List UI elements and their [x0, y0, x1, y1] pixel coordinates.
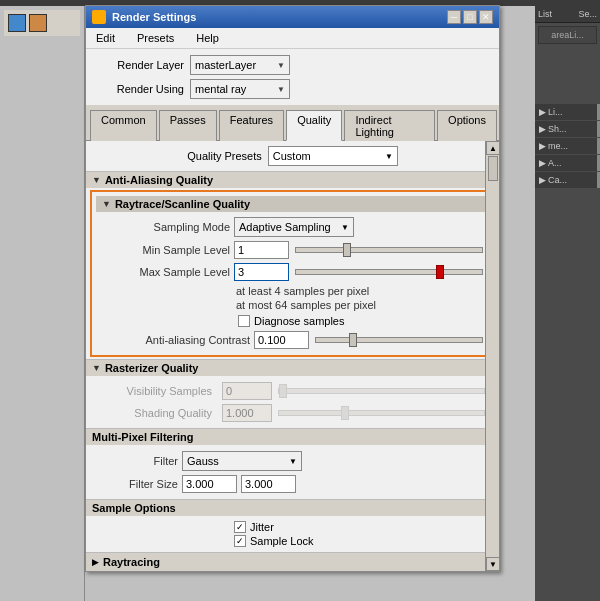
- rasterizer-arrow-icon: ▼: [92, 363, 101, 373]
- sampling-mode-label: Sampling Mode: [100, 221, 230, 233]
- raytrace-arrow-icon: ▼: [102, 199, 111, 209]
- multi-pixel-title: Multi-Pixel Filtering: [92, 431, 193, 443]
- filter-size-row: Filter Size: [94, 473, 491, 495]
- raytracing-label: Raytracing: [103, 556, 160, 568]
- render-using-label: Render Using: [94, 83, 184, 95]
- raytracing-collapsed-icon: ▶: [92, 557, 99, 567]
- filter-size-h-input[interactable]: [241, 475, 296, 493]
- max-sample-row: Max Sample Level: [96, 261, 489, 283]
- scroll-down-button[interactable]: ▼: [486, 557, 500, 571]
- contrast-slider[interactable]: [315, 337, 483, 343]
- filter-label: Filter: [98, 455, 178, 467]
- visibility-label: Visibility Samples: [98, 385, 218, 397]
- visibility-thumb: [279, 384, 287, 398]
- render-using-row: Render Using mental ray ▼: [94, 79, 491, 99]
- close-button[interactable]: ✕: [479, 10, 493, 24]
- tab-features[interactable]: Features: [219, 110, 284, 141]
- scrollable-content: Quality Presets Custom ▼ ▼ Anti-Aliasing…: [86, 141, 499, 571]
- sampling-mode-arrow: ▼: [341, 223, 349, 232]
- rasterizer-content: Visibility Samples Shading Quality: [86, 376, 499, 428]
- menu-bar: Edit Presets Help: [86, 28, 499, 49]
- diagnose-checkbox[interactable]: [238, 315, 250, 327]
- tab-quality[interactable]: Quality: [286, 110, 342, 141]
- menu-help[interactable]: Help: [190, 30, 225, 46]
- contrast-label: Anti-aliasing Contrast: [100, 334, 250, 346]
- render-layer-row: Render Layer masterLayer ▼: [94, 55, 491, 75]
- max-sample-slider[interactable]: [295, 269, 483, 275]
- presets-row: Quality Presets Custom ▼: [86, 141, 499, 171]
- rasterizer-title: Rasterizer Quality: [105, 362, 199, 374]
- tab-indirect-lighting[interactable]: Indirect Lighting: [344, 110, 435, 141]
- filter-arrow: ▼: [289, 457, 297, 466]
- max-sample-label: Max Sample Level: [100, 266, 230, 278]
- info-text-1: at least 4 samples per pixel: [230, 284, 481, 298]
- window-icon: [92, 10, 106, 24]
- contrast-row: Anti-aliasing Contrast: [96, 329, 489, 351]
- shading-label: Shading Quality: [98, 407, 218, 419]
- content-area: Quality Presets Custom ▼ ▼ Anti-Aliasing…: [86, 141, 499, 571]
- raytrace-section: ▼ Raytrace/Scanline Quality Sampling Mod…: [90, 190, 495, 357]
- multi-pixel-content: Filter Gauss ▼ Filter Size: [86, 445, 499, 499]
- info-text-2: at most 64 samples per pixel: [230, 298, 481, 312]
- min-sample-input[interactable]: [234, 241, 289, 259]
- raytrace-section-header[interactable]: ▼ Raytrace/Scanline Quality: [96, 196, 489, 212]
- min-sample-row: Min Sample Level: [96, 239, 489, 261]
- tab-passes[interactable]: Passes: [159, 110, 217, 141]
- anti-aliasing-title: Anti-Aliasing Quality: [105, 174, 213, 186]
- anti-aliasing-arrow-icon: ▼: [92, 175, 101, 185]
- contrast-input[interactable]: [254, 331, 309, 349]
- sampling-mode-row: Sampling Mode Adaptive Sampling ▼: [96, 215, 489, 239]
- menu-edit[interactable]: Edit: [90, 30, 121, 46]
- shading-input: [222, 404, 272, 422]
- max-sample-thumb[interactable]: [436, 265, 444, 279]
- shading-thumb: [341, 406, 349, 420]
- anti-aliasing-section-header[interactable]: ▼ Anti-Aliasing Quality: [86, 171, 499, 188]
- minimize-button[interactable]: ─: [447, 10, 461, 24]
- scroll-up-button[interactable]: ▲: [486, 141, 500, 155]
- filter-select[interactable]: Gauss ▼: [182, 451, 302, 471]
- render-settings-window: Render Settings ─ □ ✕ Edit Presets Help …: [85, 5, 500, 572]
- maximize-button[interactable]: □: [463, 10, 477, 24]
- visibility-slider: [278, 388, 485, 394]
- menu-presets[interactable]: Presets: [131, 30, 180, 46]
- filter-size-w-input[interactable]: [182, 475, 237, 493]
- visibility-row: Visibility Samples: [94, 380, 491, 402]
- render-layer-label: Render Layer: [94, 59, 184, 71]
- raytrace-title: Raytrace/Scanline Quality: [115, 198, 250, 210]
- rasterizer-section-header[interactable]: ▼ Rasterizer Quality: [86, 359, 499, 376]
- presets-label: Quality Presets: [187, 150, 262, 162]
- presets-select[interactable]: Custom ▼: [268, 146, 398, 166]
- filter-row: Filter Gauss ▼: [94, 449, 491, 473]
- jitter-checkbox[interactable]: ✓: [234, 521, 246, 533]
- sample-lock-row: ✓ Sample Lock: [226, 534, 491, 548]
- tab-options[interactable]: Options: [437, 110, 497, 141]
- render-layer-arrow: ▼: [277, 61, 285, 70]
- min-sample-label: Min Sample Level: [100, 244, 230, 256]
- jitter-row: ✓ Jitter: [226, 520, 491, 534]
- min-sample-slider[interactable]: [295, 247, 483, 253]
- diagnose-row: Diagnose samples: [230, 314, 481, 328]
- render-using-select[interactable]: mental ray ▼: [190, 79, 290, 99]
- render-layer-select[interactable]: masterLayer ▼: [190, 55, 290, 75]
- max-sample-input[interactable]: [234, 263, 289, 281]
- sample-options-content: ✓ Jitter ✓ Sample Lock: [86, 516, 499, 552]
- filter-size-label: Filter Size: [98, 478, 178, 490]
- multi-pixel-section-header[interactable]: Multi-Pixel Filtering: [86, 428, 499, 445]
- sample-options-section-header[interactable]: Sample Options: [86, 499, 499, 516]
- contrast-thumb[interactable]: [349, 333, 357, 347]
- sample-lock-checkbox[interactable]: ✓: [234, 535, 246, 547]
- jitter-label: Jitter: [250, 521, 274, 533]
- presets-arrow: ▼: [385, 152, 393, 161]
- sampling-mode-select[interactable]: Adaptive Sampling ▼: [234, 217, 354, 237]
- min-sample-thumb[interactable]: [343, 243, 351, 257]
- window-title: Render Settings: [112, 11, 196, 23]
- render-controls: Render Layer masterLayer ▼ Render Using …: [86, 49, 499, 105]
- raytracing-section-header[interactable]: ▶ Raytracing: [86, 552, 499, 571]
- scrollbar: ▲ ▼: [485, 141, 499, 571]
- tab-common[interactable]: Common: [90, 110, 157, 141]
- visibility-input: [222, 382, 272, 400]
- title-bar: Render Settings ─ □ ✕: [86, 6, 499, 28]
- sample-options-title: Sample Options: [92, 502, 176, 514]
- scroll-thumb[interactable]: [488, 156, 498, 181]
- shading-row: Shading Quality: [94, 402, 491, 424]
